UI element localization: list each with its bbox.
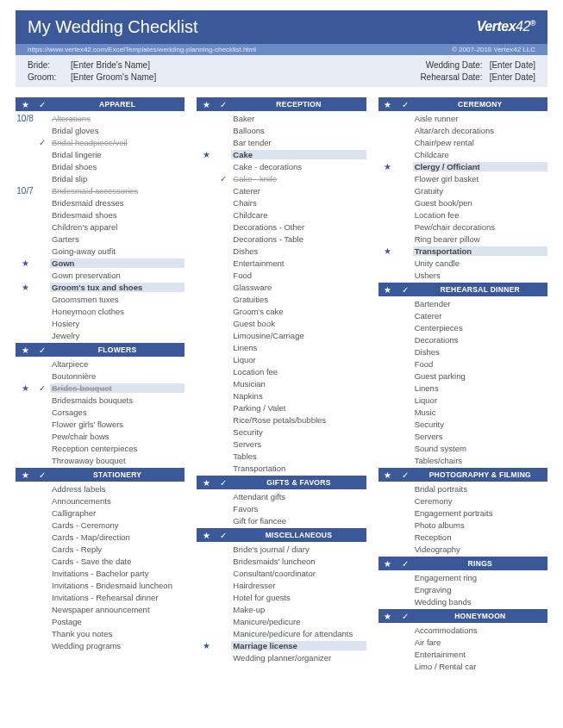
checklist-item[interactable]: Corsages: [16, 406, 185, 418]
checklist-item[interactable]: ✓Cake - knife: [197, 172, 366, 184]
checklist-item[interactable]: Ceremony: [378, 495, 547, 507]
checklist-item[interactable]: Centerpieces: [378, 321, 547, 333]
checklist-item[interactable]: Bridesmaids' luncheon: [197, 555, 366, 567]
checklist-item[interactable]: Favors: [197, 502, 366, 514]
checklist-item[interactable]: Announcements: [16, 495, 185, 507]
checklist-item[interactable]: Thank you notes: [16, 627, 185, 639]
checklist-item[interactable]: Engagement ring: [378, 571, 547, 583]
checklist-item[interactable]: Manicure/pedicure for attendants: [197, 627, 366, 639]
checklist-item[interactable]: Bridal lingerie: [16, 148, 185, 160]
checklist-item[interactable]: Postage: [16, 615, 185, 627]
checklist-item[interactable]: Linens: [197, 341, 366, 353]
checklist-item[interactable]: Cake - decorations: [197, 160, 366, 172]
checklist-item[interactable]: ★✓Brides bouquet: [16, 382, 185, 394]
checklist-item[interactable]: 10/7Bridesmaid accessories: [16, 184, 185, 196]
checklist-item[interactable]: ★Marriage license: [197, 639, 366, 651]
checklist-item[interactable]: Bartender: [378, 297, 547, 309]
checklist-item[interactable]: Ring bearer pillow: [378, 233, 547, 245]
checklist-item[interactable]: Decorations - Table: [197, 233, 366, 245]
checklist-item[interactable]: Cards - Ceremony: [16, 519, 185, 531]
bride-value[interactable]: [Enter Bride's Name]: [71, 60, 150, 70]
checklist-item[interactable]: Baker: [197, 112, 366, 124]
checklist-item[interactable]: Ushers: [378, 269, 547, 281]
checklist-item[interactable]: Security: [378, 418, 547, 430]
checklist-item[interactable]: Music: [378, 406, 547, 418]
item-star-cell[interactable]: 10/8: [16, 114, 34, 123]
checklist-item[interactable]: Tables: [197, 450, 366, 462]
checklist-item[interactable]: ✓Bridal headpiece/veil: [16, 136, 185, 148]
checklist-item[interactable]: Limo / Rental car: [378, 660, 547, 672]
checklist-item[interactable]: Decorations - Other: [197, 221, 366, 233]
checklist-item[interactable]: Bar tender: [197, 136, 366, 148]
checklist-item[interactable]: Security: [197, 426, 366, 438]
checklist-item[interactable]: Location fee: [197, 365, 366, 377]
checklist-item[interactable]: Glassware: [197, 281, 366, 293]
item-star-cell[interactable]: ★: [16, 383, 34, 393]
checklist-item[interactable]: Decorations: [378, 333, 547, 345]
checklist-item[interactable]: Engraving: [378, 583, 547, 595]
checklist-item[interactable]: Bridesmaid shoes: [16, 208, 185, 221]
checklist-item[interactable]: Bridal gloves: [16, 124, 185, 136]
checklist-item[interactable]: Limousine/Carriage: [197, 329, 366, 341]
checklist-item[interactable]: Pew/chair decorations: [378, 221, 547, 233]
item-check-cell[interactable]: ✓: [216, 174, 231, 184]
checklist-item[interactable]: Pew/chair bows: [16, 430, 185, 442]
checklist-item[interactable]: Invitations - Bachelor party: [16, 567, 185, 579]
checklist-item[interactable]: Guest book/pen: [378, 196, 547, 208]
checklist-item[interactable]: Servers: [378, 430, 547, 442]
checklist-item[interactable]: Bride's journal / diary: [197, 543, 366, 555]
checklist-item[interactable]: Jewelry: [16, 329, 185, 341]
checklist-item[interactable]: Address labels: [16, 482, 185, 495]
checklist-item[interactable]: Air fare: [378, 636, 547, 648]
checklist-item[interactable]: Boutonnière: [16, 370, 185, 382]
item-star-cell[interactable]: ★: [378, 246, 397, 256]
checklist-item[interactable]: Dishes: [378, 345, 547, 358]
checklist-item[interactable]: Servers: [197, 438, 366, 450]
checklist-item[interactable]: Caterer: [378, 309, 547, 321]
checklist-item[interactable]: Bridal portraits: [378, 482, 547, 495]
checklist-item[interactable]: ★Gown: [16, 257, 185, 269]
checklist-item[interactable]: ★Transportation: [378, 245, 547, 257]
item-star-cell[interactable]: 10/7: [16, 186, 34, 196]
checklist-item[interactable]: Honeymoon clothes: [16, 305, 185, 317]
checklist-item[interactable]: Reception centerpieces: [16, 442, 185, 454]
checklist-item[interactable]: Food: [197, 269, 366, 281]
checklist-item[interactable]: Balloons: [197, 124, 366, 136]
checklist-item[interactable]: Musician: [197, 377, 366, 389]
checklist-item[interactable]: Gratuity: [378, 184, 547, 196]
checklist-item[interactable]: Cards - Reply: [16, 543, 185, 555]
checklist-item[interactable]: Cards - Map/direction: [16, 531, 185, 543]
checklist-item[interactable]: Transportation: [197, 462, 366, 474]
checklist-item[interactable]: Childcare: [378, 148, 547, 160]
checklist-item[interactable]: Chairs: [197, 196, 366, 208]
checklist-item[interactable]: Attendant gifts: [197, 490, 366, 502]
checklist-item[interactable]: Bridesmaid dresses: [16, 196, 185, 208]
checklist-item[interactable]: Bridal shoes: [16, 160, 185, 172]
checklist-item[interactable]: Altar/arch decorations: [378, 124, 547, 136]
checklist-item[interactable]: Location fee: [378, 208, 547, 221]
wedding-date-value[interactable]: [Enter Date]: [490, 60, 535, 70]
checklist-item[interactable]: Hairdresser: [197, 579, 366, 591]
checklist-item[interactable]: Napkins: [197, 389, 366, 401]
item-star-cell[interactable]: ★: [378, 162, 397, 171]
checklist-item[interactable]: Wedding bands: [378, 595, 547, 607]
checklist-item[interactable]: Throwaway bouquet: [16, 454, 185, 466]
checklist-item[interactable]: Cards - Save the date: [16, 555, 185, 567]
checklist-item[interactable]: Videography: [378, 543, 547, 555]
checklist-item[interactable]: Guest parking: [378, 370, 547, 382]
checklist-item[interactable]: Liquor: [378, 394, 547, 406]
checklist-item[interactable]: Guest book: [197, 317, 366, 329]
checklist-item[interactable]: Wedding programs: [16, 639, 185, 651]
checklist-item[interactable]: Aisle runner: [378, 112, 547, 124]
checklist-item[interactable]: Children's apparel: [16, 221, 185, 233]
checklist-item[interactable]: ★Clergy / Officiant: [378, 160, 547, 172]
checklist-item[interactable]: Going-away outfit: [16, 245, 185, 257]
checklist-item[interactable]: Parking / Valet: [197, 401, 366, 414]
checklist-item[interactable]: Altarpiece: [16, 358, 185, 370]
checklist-item[interactable]: Linens: [378, 382, 547, 394]
checklist-item[interactable]: Bridesmaids bouquets: [16, 394, 185, 406]
checklist-item[interactable]: Consultant/coordinator: [197, 567, 366, 579]
item-star-cell[interactable]: ★: [16, 283, 34, 292]
checklist-item[interactable]: Hotel for guests: [197, 591, 366, 603]
checklist-item[interactable]: Wedding planner/organizer: [197, 651, 366, 663]
